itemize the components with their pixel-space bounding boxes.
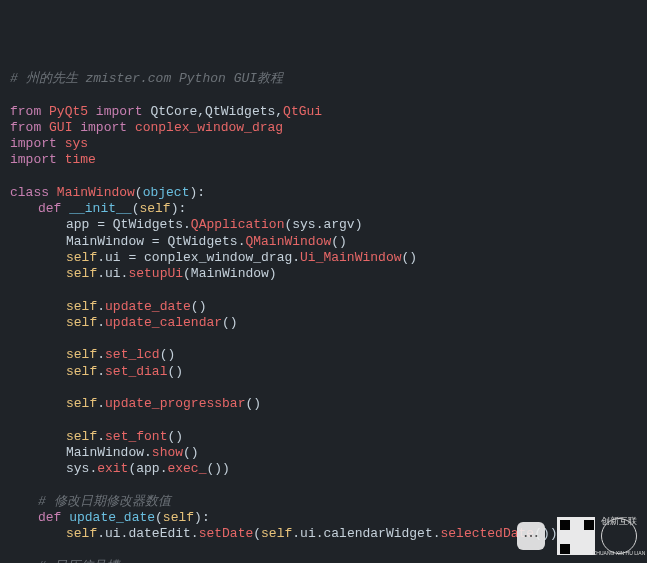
code-line: MainWindow.show() [66, 445, 637, 461]
code-line: from GUI import conplex_window_drag [10, 120, 637, 136]
wechat-icon: ⋯ [517, 522, 545, 550]
code-line: # 修改日期修改器数值 [38, 494, 637, 510]
code-line: class MainWindow(object): [10, 185, 637, 201]
code-line: self.ui.setupUi(MainWindow) [66, 266, 637, 282]
code-line: from PyQt5 import QtCore,QtWidgets,QtGui [10, 104, 637, 120]
code-line [66, 380, 637, 396]
code-line: sys.exit(app.exec_()) [66, 461, 637, 477]
code-line: def __init__(self): [38, 201, 637, 217]
code-line: # 州的先生 zmister.com Python GUI教程 [10, 71, 637, 87]
code-line: app = QtWidgets.QApplication(sys.argv) [66, 217, 637, 233]
code-line [10, 169, 637, 185]
code-line: self.ui = conplex_window_drag.Ui_MainWin… [66, 250, 637, 266]
watermark-sub: CHUANG XIN HU LIAN [593, 550, 646, 556]
code-line: self.update_progressbar() [66, 396, 637, 412]
code-line [10, 477, 637, 493]
code-line [66, 282, 637, 298]
code-line: self.update_calendar() [66, 315, 637, 331]
code-line: MainWindow = QtWidgets.QMainWindow() [66, 234, 637, 250]
code-line: import time [10, 152, 637, 168]
watermark: ⋯ 创新互联 CHUANG XIN HU LIAN [517, 517, 637, 555]
code-line: # 日历信号槽 [38, 559, 637, 564]
stamp-icon: 创新互联 CHUANG XIN HU LIAN [601, 518, 637, 554]
qr-code-icon [557, 517, 595, 555]
code-line [66, 331, 637, 347]
code-line: self.set_lcd() [66, 347, 637, 363]
code-line: self.update_date() [66, 299, 637, 315]
code-line [10, 87, 637, 103]
code-block: # 州的先生 zmister.com Python GUI教程 from PyQ… [10, 71, 637, 563]
code-line: import sys [10, 136, 637, 152]
watermark-brand: 创新互联 [593, 516, 646, 527]
code-line: self.set_font() [66, 429, 637, 445]
code-line [66, 412, 637, 428]
code-line: self.set_dial() [66, 364, 637, 380]
